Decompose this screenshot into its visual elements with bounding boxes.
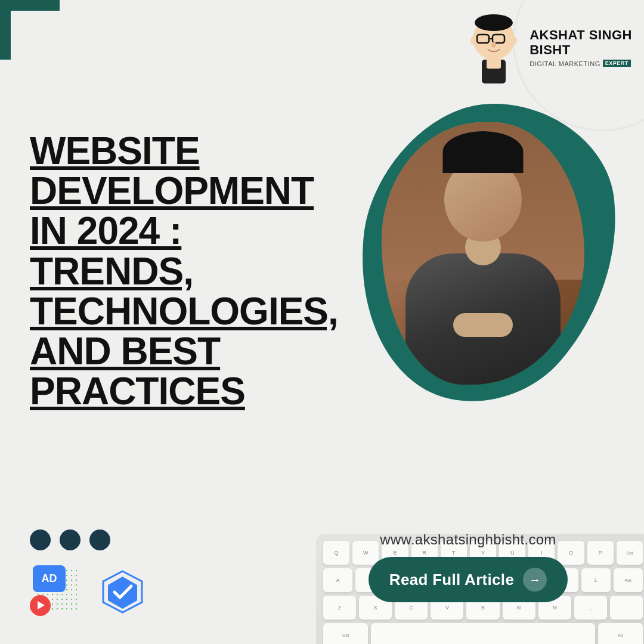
arrow-icon: → [523, 568, 547, 592]
corner-bracket-top-left [0, 0, 78, 78]
dot-2 [60, 530, 80, 550]
author-illustration [464, 12, 524, 83]
logo-text: AKSHAT SINGH BISHT DIGITAL MARKETING EXP… [530, 28, 632, 67]
play-triangle [38, 601, 45, 609]
hex-svg [100, 569, 145, 614]
read-full-article-button[interactable]: Read Full Article → [369, 557, 568, 602]
ad-badge: AD [33, 565, 66, 592]
website-url: www.akshatsinghbisht.com [322, 531, 614, 548]
logo-name-line2: BISHT [530, 43, 571, 57]
logo-expert-badge: EXPERT [603, 60, 631, 67]
svg-point-1 [475, 14, 513, 31]
dots-row [30, 530, 209, 550]
marketing-icons-area: AD [30, 530, 209, 616]
verified-icon-container [95, 565, 143, 613]
svg-point-6 [470, 36, 476, 45]
play-icon [30, 595, 51, 616]
person-photo [382, 122, 584, 385]
svg-point-5 [491, 42, 496, 48]
logo-area: AKSHAT SINGH BISHT DIGITAL MARKETING EXP… [464, 12, 632, 83]
cta-area: www.akshatsinghbisht.com Read Full Artic… [322, 531, 614, 602]
button-label: Read Full Article [389, 571, 514, 589]
hex-shape [100, 569, 139, 608]
main-headline: WEBSITE DEVELOPMENT IN 2024 : TRENDS, TE… [30, 131, 310, 411]
svg-rect-9 [487, 57, 501, 69]
ad-icon-container: AD [30, 562, 83, 616]
dot-1 [30, 530, 51, 550]
logo-subtitle: DIGITAL MARKETING [530, 60, 600, 67]
dot-3 [89, 530, 110, 550]
logo-name-line1: AKSHAT SINGH [530, 28, 632, 42]
person-blob-area [340, 92, 626, 426]
main-title-area: WEBSITE DEVELOPMENT IN 2024 : TRENDS, TE… [30, 131, 310, 411]
icons-row: AD [30, 562, 209, 616]
svg-point-7 [511, 36, 517, 45]
page-container: AKSHAT SINGH BISHT DIGITAL MARKETING EXP… [0, 0, 644, 644]
